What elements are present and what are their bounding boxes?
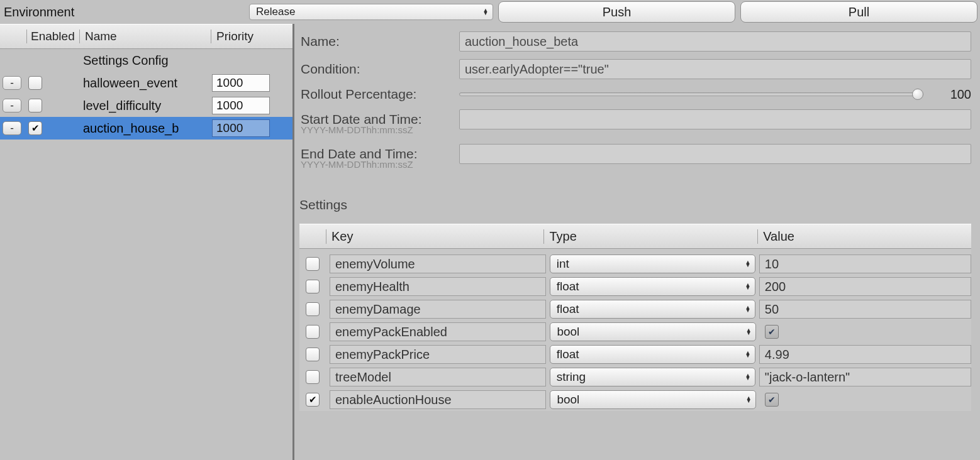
- settings-section-title: Settings: [299, 197, 971, 212]
- setting-type-select[interactable]: string▲▼: [550, 368, 755, 386]
- settings-table: Key Type Value enemyVolumeint▲▼10enemyHe…: [299, 224, 971, 411]
- environment-label: Environment: [0, 5, 244, 19]
- setting-value-field[interactable]: 50: [759, 300, 971, 319]
- setting-value-field[interactable]: 4.99: [759, 345, 971, 364]
- select-arrows-icon: ▲▼: [745, 261, 751, 267]
- setting-row-checkbox[interactable]: [306, 348, 320, 361]
- setting-key-field[interactable]: enemyHealth: [330, 277, 546, 296]
- settings-row: enemyPackEnabledbool▲▼: [299, 320, 971, 343]
- setting-bool-checkbox[interactable]: [765, 325, 779, 339]
- remove-row-button[interactable]: -: [3, 76, 21, 90]
- config-list-body: Settings Config -halloween_event-level_d…: [0, 49, 292, 140]
- environment-select-value: Release: [256, 6, 295, 18]
- rollout-slider[interactable]: [459, 92, 918, 96]
- config-row[interactable]: -halloween_event: [0, 72, 292, 94]
- rollout-label: Rollout Percentage:: [299, 87, 459, 102]
- setting-value-field[interactable]: "jack-o-lantern": [759, 368, 971, 386]
- condition-row: Condition: user.earlyAdopter=="true": [299, 59, 971, 79]
- config-group-label: Settings Config: [48, 53, 212, 68]
- enabled-checkbox[interactable]: [28, 76, 42, 90]
- rollout-slider-thumb[interactable]: [912, 89, 923, 100]
- config-row[interactable]: -level_difficulty: [0, 94, 292, 117]
- config-group-row[interactable]: Settings Config: [0, 49, 292, 72]
- condition-field[interactable]: user.earlyAdopter=="true": [459, 59, 971, 79]
- enabled-checkbox[interactable]: [28, 99, 42, 112]
- setting-bool-checkbox[interactable]: [765, 393, 779, 407]
- settings-row: treeModelstring▲▼"jack-o-lantern": [299, 366, 971, 388]
- select-arrows-icon: ▲▼: [745, 351, 751, 358]
- config-row-name: halloween_event: [48, 76, 212, 90]
- settings-row: enemyDamagefloat▲▼50: [299, 298, 971, 320]
- setting-type-select[interactable]: bool▲▼: [550, 390, 756, 409]
- setting-key-field[interactable]: enemyPackEnabled: [330, 322, 546, 341]
- start-date-field[interactable]: [459, 109, 971, 129]
- setting-value-cell: [760, 390, 971, 409]
- setting-row-checkbox[interactable]: [306, 280, 320, 293]
- select-arrows-icon: ▲▼: [745, 283, 751, 290]
- remove-row-button[interactable]: -: [3, 121, 21, 135]
- setting-type-select[interactable]: float▲▼: [550, 277, 755, 296]
- name-row: Name: auction_house_beta: [299, 31, 971, 52]
- setting-value-field[interactable]: 200: [759, 277, 971, 296]
- main-split: Enabled Name Priority Settings Config -h…: [0, 24, 980, 460]
- condition-label: Condition:: [299, 62, 459, 77]
- push-button[interactable]: Push: [498, 1, 735, 23]
- column-priority[interactable]: Priority: [211, 30, 292, 43]
- setting-row-checkbox[interactable]: [306, 325, 320, 339]
- setting-type-select[interactable]: float▲▼: [550, 345, 755, 364]
- settings-table-body: enemyVolumeint▲▼10enemyHealthfloat▲▼200e…: [299, 249, 971, 411]
- settings-row: enemyPackPricefloat▲▼4.99: [299, 343, 971, 366]
- setting-row-checkbox[interactable]: [306, 302, 320, 316]
- enabled-checkbox[interactable]: [28, 121, 42, 135]
- select-arrows-icon: ▲▼: [745, 374, 751, 380]
- rollout-row: Rollout Percentage: 100: [299, 87, 971, 102]
- priority-input[interactable]: [212, 97, 270, 114]
- column-name[interactable]: Name: [79, 30, 211, 43]
- top-bar: Environment Release ▲▼ Push Pull: [0, 0, 980, 24]
- column-type[interactable]: Type: [543, 229, 757, 244]
- setting-type-select[interactable]: float▲▼: [550, 300, 755, 319]
- setting-key-field[interactable]: enemyPackPrice: [330, 345, 546, 364]
- select-arrows-icon: ▲▼: [745, 306, 751, 312]
- pull-button[interactable]: Pull: [740, 1, 977, 23]
- settings-row: enableAuctionHousebool▲▼: [299, 388, 971, 411]
- priority-input[interactable]: [212, 119, 270, 137]
- setting-value-cell: [760, 322, 971, 341]
- name-label: Name:: [299, 34, 459, 49]
- setting-type-select[interactable]: int▲▼: [550, 255, 755, 273]
- rollout-value: 100: [933, 87, 971, 102]
- column-key[interactable]: Key: [326, 229, 543, 244]
- setting-row-checkbox[interactable]: [306, 370, 320, 384]
- settings-table-header: Key Type Value: [299, 224, 971, 249]
- column-enabled[interactable]: Enabled: [26, 30, 79, 43]
- priority-input[interactable]: [212, 74, 270, 92]
- settings-row: enemyHealthfloat▲▼200: [299, 275, 971, 298]
- setting-key-field[interactable]: enableAuctionHouse: [330, 390, 546, 409]
- column-value[interactable]: Value: [757, 229, 971, 244]
- config-row[interactable]: -auction_house_b: [0, 117, 292, 140]
- name-field[interactable]: auction_house_beta: [459, 31, 971, 52]
- setting-key-field[interactable]: enemyVolume: [330, 255, 546, 273]
- remove-row-button[interactable]: -: [3, 99, 21, 112]
- environment-select[interactable]: Release ▲▼: [249, 4, 493, 20]
- select-arrows-icon: ▲▼: [745, 329, 752, 335]
- setting-row-checkbox[interactable]: [306, 257, 320, 271]
- config-list-panel: Enabled Name Priority Settings Config -h…: [0, 24, 292, 460]
- detail-panel: Name: auction_house_beta Condition: user…: [294, 24, 980, 460]
- select-arrows-icon: ▲▼: [745, 397, 752, 403]
- settings-row: enemyVolumeint▲▼10: [299, 253, 971, 275]
- config-row-name: level_difficulty: [48, 99, 212, 113]
- select-arrows-icon: ▲▼: [482, 9, 489, 15]
- setting-type-select[interactable]: bool▲▼: [550, 322, 756, 341]
- setting-row-checkbox[interactable]: [306, 393, 320, 407]
- setting-key-field[interactable]: treeModel: [330, 368, 546, 386]
- rollout-slider-wrap: 100: [459, 87, 971, 102]
- setting-key-field[interactable]: enemyDamage: [330, 300, 546, 319]
- setting-value-field[interactable]: 10: [759, 255, 971, 273]
- end-date-field[interactable]: [459, 144, 971, 164]
- config-list-header: Enabled Name Priority: [0, 24, 292, 49]
- config-row-name: auction_house_b: [48, 121, 212, 136]
